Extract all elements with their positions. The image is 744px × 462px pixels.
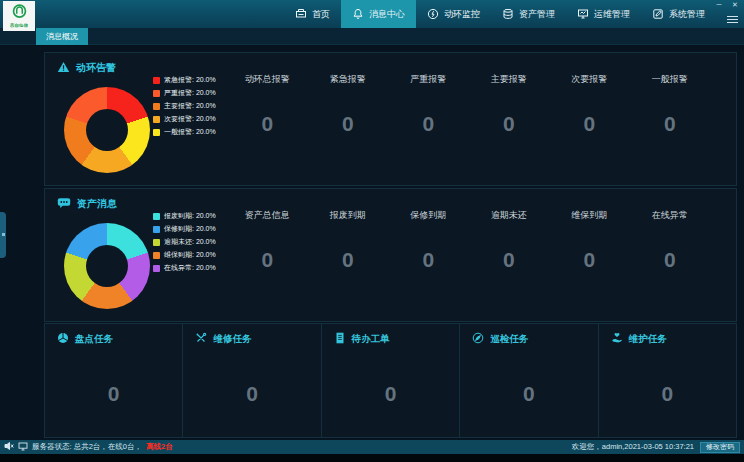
logo-text: 西自电信 [10,24,28,29]
task-value: 0 [599,382,736,406]
legend-swatch [153,77,160,84]
monitor-icon [577,8,589,20]
stat-major-alarms: 主要报警0 [469,53,550,185]
env-alarm-stats: 动环总报警0 紧急报警0 严重报警0 主要报警0 次要报警0 一般报警0 [227,53,710,185]
change-password-button[interactable]: 修改密码 [700,442,740,453]
stat-asset-total: 资产总信息0 [227,189,308,321]
task-value: 0 [460,382,597,406]
legend-swatch [153,213,160,220]
legend-swatch [153,103,160,110]
task-inventory: 盘点任务 0 [45,324,183,437]
home-icon [295,8,307,20]
task-repair: 维修任务 0 [183,324,321,437]
stat-severe-alarms: 严重报警0 [388,53,469,185]
minimize-button[interactable]: ─ [714,1,724,9]
tools-icon [195,332,207,346]
tab-message-overview[interactable]: 消息概况 [36,28,88,45]
task-label: 盘点任务 [75,333,113,346]
pie-wheel-icon [57,332,69,346]
task-value: 0 [45,382,182,406]
stat-maintenance-due: 维保到期0 [549,189,630,321]
legend-item: 逾期未还: 20.0% [153,237,216,247]
task-label: 维修任务 [213,333,251,346]
task-value: 0 [183,382,320,406]
document-icon [334,332,346,346]
nav-item-label: 消息中心 [369,8,405,21]
panel-title-text: 动环告警 [76,61,116,75]
main-nav: 首页 消息中心 动环监控 资产管理 运维管理 系统管理 [284,0,716,28]
server-status-text: 服务器状态: 总共2台，在线0台， [32,442,142,452]
nav-item-ops-mgmt[interactable]: 运维管理 [566,0,641,28]
task-header: 维护任务 [611,332,667,346]
stat-scrap-due: 报废到期0 [308,189,389,321]
bottom-strip [0,454,744,462]
task-header: 盘点任务 [57,332,113,346]
panel-title-text: 资产消息 [77,197,117,211]
nav-item-label: 系统管理 [669,8,705,21]
sidebar-toggle-handle[interactable] [0,212,6,258]
asset-message-legend: 报废到期: 20.0% 保修到期: 20.0% 逾期未还: 20.0% 维保到期… [153,211,216,273]
task-value: 0 [322,382,459,406]
legend-item: 报废到期: 20.0% [153,211,216,221]
stat-total-alarms: 动环总报警0 [227,53,308,185]
welcome-text: 欢迎您，admin,2021-03-05 10:37:21 [572,442,694,452]
nav-item-system-mgmt[interactable]: 系统管理 [641,0,716,28]
nav-item-message-center[interactable]: 消息中心 [341,0,416,28]
stat-overdue-return: 逾期未还0 [469,189,550,321]
donut-hole [86,109,128,151]
nav-item-asset-mgmt[interactable]: 资产管理 [491,0,566,28]
donut-hole [86,245,128,287]
stat-general-alarms: 一般报警0 [630,53,711,185]
user-session: 欢迎您，admin,2021-03-05 10:37:21 修改密码 [572,442,740,453]
task-header: 巡检任务 [472,332,528,346]
logo-emblem-icon [11,3,28,24]
task-header: 维修任务 [195,332,251,346]
nav-item-label: 动环监控 [444,8,480,21]
env-alarm-title: 动环告警 [57,61,116,75]
legend-item: 一般报警: 20.0% [153,127,216,137]
asset-message-donut-chart [64,223,150,309]
nav-item-env-monitor[interactable]: 动环监控 [416,0,491,28]
legend-item: 在线异常: 20.0% [153,263,216,273]
warning-icon [57,61,70,75]
stat-warranty-due: 保修到期0 [388,189,469,321]
task-label: 待办工单 [352,333,390,346]
legend-item: 维保到期: 20.0% [153,250,216,260]
content-area: 动环告警 紧急报警: 20.0% 严重报警: 20.0% 主要报警: 20.0%… [0,46,744,440]
tasks-row: 盘点任务 0 维修任务 0 待办工单 0 巡检任务 0 [44,323,737,438]
legend-item: 紧急报警: 20.0% [153,75,216,85]
nav-item-home[interactable]: 首页 [284,0,341,28]
legend-swatch [153,90,160,97]
task-label: 维护任务 [629,333,667,346]
speaker-muted-icon[interactable] [4,441,14,453]
server-status: 服务器状态: 总共2台，在线0台，离线2台 [4,441,173,453]
server-offline-count: 离线2台 [146,442,173,452]
legend-swatch [153,129,160,136]
nav-item-label: 资产管理 [519,8,555,21]
edit-icon [652,8,664,20]
legend-item: 次要报警: 20.0% [153,114,216,124]
nav-item-label: 运维管理 [594,8,630,21]
compass-icon [472,332,484,346]
legend-swatch [153,265,160,272]
top-bar: 首页 消息中心 动环监控 资产管理 运维管理 系统管理 ─ ✕ [0,0,744,28]
task-maintenance: 维护任务 0 [599,324,736,437]
legend-swatch [153,252,160,259]
close-button[interactable]: ✕ [730,1,740,9]
menu-icon[interactable] [727,14,738,25]
stat-online-abnormal: 在线异常0 [630,189,711,321]
stat-minor-alarms: 次要报警0 [549,53,630,185]
chat-bubble-icon [57,197,71,211]
legend-swatch [153,116,160,123]
task-header: 待办工单 [334,332,390,346]
asset-message-stats: 资产总信息0 报废到期0 保修到期0 逾期未还0 维保到期0 在线异常0 [227,189,710,321]
legend-item: 主要报警: 20.0% [153,101,216,111]
lightning-icon [427,8,439,20]
app-logo: 西自电信 [3,1,35,31]
database-icon [502,8,514,20]
env-alarm-donut-chart [64,87,150,173]
task-inspection: 巡检任务 0 [460,324,598,437]
stat-critical-alarms: 紧急报警0 [308,53,389,185]
asset-message-title: 资产消息 [57,197,117,211]
task-label: 巡检任务 [490,333,528,346]
